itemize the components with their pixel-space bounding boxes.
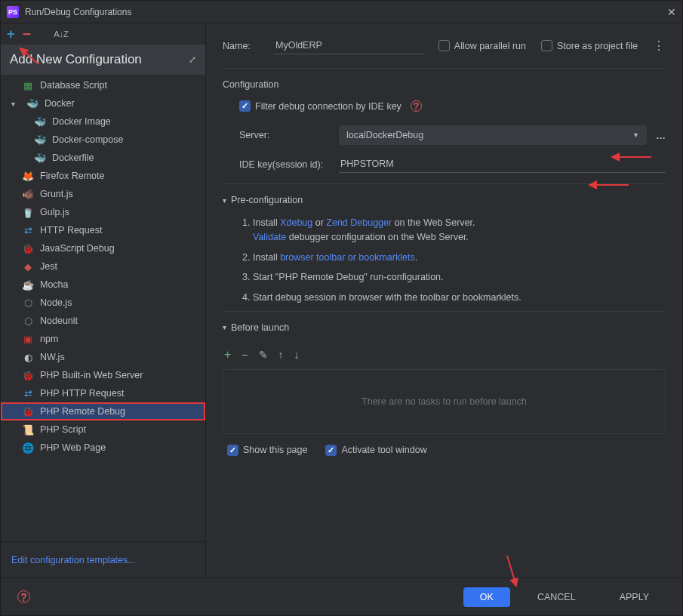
- tree-item-database-script[interactable]: ▦Database Script: [1, 76, 205, 94]
- server-label: Server:: [239, 130, 330, 140]
- tree-item-label: PHP HTTP Request: [40, 388, 124, 399]
- preconfig-section: ▾ Pre-configuration Install Xdebug or Ze…: [223, 183, 666, 305]
- tree-item-label: NW.js: [40, 352, 65, 362]
- add-task-button[interactable]: +: [224, 348, 231, 362]
- checkbox-icon: [541, 40, 552, 51]
- more-options-button[interactable]: ⋮: [653, 38, 666, 53]
- ide-key-field[interactable]: [339, 156, 666, 173]
- filter-debug-label: Filter debug connection by IDE key: [255, 101, 401, 112]
- tree-item-docker-compose[interactable]: 🐳Docker-compose: [1, 131, 205, 149]
- xdebug-link[interactable]: Xdebug: [280, 217, 312, 228]
- tree-item-label: Mocha: [40, 279, 69, 290]
- checkbox-checked-icon: [227, 445, 238, 456]
- tree-item-gulp-js[interactable]: 🥤Gulp.js: [1, 203, 205, 221]
- remove-task-button[interactable]: −: [242, 349, 248, 361]
- tree-item-node-js[interactable]: ⬡Node.js: [1, 294, 205, 312]
- tree-item-label: PHP Web Page: [40, 442, 106, 453]
- help-button[interactable]: ?: [17, 590, 30, 603]
- tree-item-nodeunit[interactable]: ⬡Nodeunit: [1, 312, 205, 330]
- add-new-title: Add New Configuration: [10, 52, 142, 67]
- config-tree: ▦Database Script▾🐳Docker🐳Docker Image🐳Do…: [1, 75, 205, 541]
- chevron-down-icon: ▾: [223, 323, 226, 331]
- checkbox-icon: [438, 40, 450, 51]
- help-icon[interactable]: ?: [411, 100, 422, 112]
- tree-item-php-script[interactable]: 📜PHP Script: [1, 420, 205, 439]
- tree-item-php-built-in-web-server[interactable]: 🐞PHP Built-in Web Server: [1, 366, 205, 384]
- tree-item-label: PHP Remote Debug: [40, 406, 125, 417]
- tree-item-docker[interactable]: ▾🐳Docker: [1, 94, 205, 112]
- preconfig-title[interactable]: ▾ Pre-configuration: [223, 195, 666, 205]
- zend-link[interactable]: Zend Debugger: [326, 217, 392, 228]
- checkbox-checked-icon: [325, 445, 337, 456]
- tree-item-http-request[interactable]: ⇄HTTP Request: [1, 221, 205, 239]
- tree-item-mocha[interactable]: ☕Mocha: [1, 276, 205, 294]
- validate-link[interactable]: Validate: [253, 232, 286, 242]
- titlebar: PS Run/Debug Configurations ✕: [1, 1, 682, 23]
- tree-item-jest[interactable]: ◆Jest: [1, 257, 205, 276]
- server-browse-button[interactable]: …: [656, 130, 666, 141]
- tree-item-php-http-request[interactable]: ⇄PHP HTTP Request: [1, 384, 205, 402]
- tree-item-label: Nodeunit: [40, 316, 78, 326]
- close-icon[interactable]: ✕: [667, 6, 676, 18]
- cancel-button[interactable]: CANCEL: [521, 587, 592, 607]
- add-config-button[interactable]: +: [7, 26, 15, 42]
- tree-item-label: Docker: [45, 98, 75, 109]
- phpstorm-icon: PS: [7, 6, 19, 18]
- sort-button[interactable]: A↓Z: [54, 29, 69, 38]
- tree-item-grunt-js[interactable]: 🐗Grunt.js: [1, 185, 205, 203]
- move-up-button[interactable]: ↑: [278, 349, 284, 361]
- store-project-checkbox[interactable]: Store as project file: [541, 40, 638, 51]
- tree-item-label: npm: [40, 334, 58, 344]
- add-new-banner: Add New Configuration ⤢: [1, 45, 205, 75]
- ide-key-label: IDE key(session id):: [239, 159, 330, 170]
- tree-item-label: JavaScript Debug: [40, 243, 115, 254]
- tree-item-label: Dockerfile: [52, 152, 94, 163]
- preconfig-step-1: Install Xdebug or Zend Debugger on the W…: [253, 216, 666, 245]
- chevron-down-icon: ▾: [11, 100, 20, 108]
- tree-item-firefox-remote[interactable]: 🦊Firefox Remote: [1, 167, 205, 185]
- toolbar-link[interactable]: browser toolbar or bookmarklets: [280, 252, 415, 263]
- section-title: Configuration: [223, 79, 666, 90]
- show-page-checkbox[interactable]: Show this page: [227, 445, 307, 456]
- move-down-button[interactable]: ↓: [294, 349, 300, 361]
- allow-parallel-checkbox[interactable]: Allow parallel run: [438, 40, 526, 51]
- tree-item-label: Database Script: [40, 80, 107, 91]
- checkbox-checked-icon: [239, 100, 251, 112]
- tree-item-javascript-debug[interactable]: 🐞JavaScript Debug: [1, 239, 205, 257]
- tree-item-label: Grunt.js: [40, 189, 73, 199]
- preconfig-step-2: Install browser toolbar or bookmarklets.: [253, 251, 666, 265]
- preconfig-step-3: Start "PHP Remote Debug" run-configurati…: [253, 270, 666, 285]
- before-launch-title[interactable]: ▾ Before launch: [223, 322, 666, 333]
- tree-item-docker-image[interactable]: 🐳Docker Image: [1, 112, 205, 131]
- config-toolbar: + − A↓Z: [1, 23, 205, 45]
- tree-item-label: Firefox Remote: [40, 171, 104, 181]
- tree-item-dockerfile[interactable]: 🐳Dockerfile: [1, 149, 205, 167]
- ok-button[interactable]: OK: [463, 587, 510, 607]
- tree-item-php-remote-debug[interactable]: 🐞PHP Remote Debug: [1, 402, 205, 420]
- collapse-icon[interactable]: ⤢: [189, 54, 196, 65]
- server-select[interactable]: localDockerDebug ▼: [339, 125, 647, 145]
- tree-item-npm[interactable]: ▣npm: [1, 330, 205, 348]
- tree-item-php-web-page[interactable]: 🌐PHP Web Page: [1, 439, 205, 457]
- tree-item-label: HTTP Request: [40, 225, 102, 236]
- footer: ? OK CANCEL APPLY: [1, 578, 682, 615]
- tree-item-label: PHP Built-in Web Server: [40, 370, 143, 380]
- remove-config-button[interactable]: −: [23, 30, 32, 38]
- left-panel: + − A↓Z Add New Configuration ⤢ ▦Databas…: [1, 23, 206, 578]
- edit-task-button[interactable]: ✎: [259, 349, 268, 361]
- activate-tool-checkbox[interactable]: Activate tool window: [325, 445, 426, 456]
- bottom-link-area: Edit configuration templates...: [1, 541, 205, 578]
- tree-item-label: Gulp.js: [40, 207, 69, 217]
- tree-item-nw-js[interactable]: ◐NW.js: [1, 348, 205, 366]
- tree-item-label: Jest: [40, 261, 57, 272]
- filter-debug-checkbox[interactable]: Filter debug connection by IDE key ?: [239, 100, 666, 112]
- window-title: Run/Debug Configurations: [25, 7, 131, 17]
- name-field[interactable]: [274, 37, 425, 54]
- chevron-down-icon: ▼: [632, 131, 639, 139]
- tasks-empty: There are no tasks to run before launch: [223, 369, 666, 434]
- tree-item-label: PHP Script: [40, 424, 86, 435]
- edit-templates-link[interactable]: Edit configuration templates...: [11, 555, 136, 565]
- apply-button[interactable]: APPLY: [603, 587, 666, 607]
- chevron-down-icon: ▾: [223, 196, 226, 205]
- server-value: localDockerDebug: [346, 130, 423, 140]
